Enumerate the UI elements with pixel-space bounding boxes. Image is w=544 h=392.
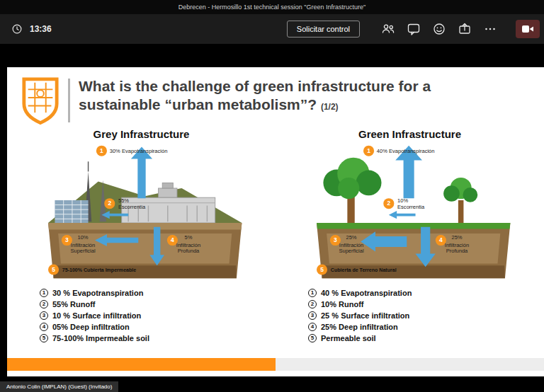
svg-text:40% Evapotranspiración: 40% Evapotranspiración — [376, 148, 434, 154]
list-number: 4 — [308, 323, 317, 331]
list-item: 210% Runoff — [308, 300, 412, 309]
green-infrastructure-column: Green Infrastructure — [276, 128, 544, 345]
svg-text:5%: 5% — [184, 234, 192, 240]
svg-text:Escorrentia: Escorrentia — [397, 204, 425, 210]
slide-title: What is the challenge of green infrastru… — [79, 77, 431, 125]
toolbar-actions: Solicitar control — [287, 20, 544, 38]
svg-text:Superficial: Superficial — [339, 248, 363, 254]
list-item: 325 % Surface infiltration — [308, 311, 412, 320]
svg-text:25%: 25% — [346, 234, 356, 240]
grey-summary-list: 130 % Evapotranspiration 255% Runoff 310… — [40, 286, 149, 345]
list-item: 255% Runoff — [40, 300, 149, 309]
palace-building-icon — [121, 183, 215, 223]
office-building-icon — [55, 200, 88, 222]
list-item: 310 % Surface infiltration — [40, 311, 149, 320]
svg-text:30% Evapotranspiración: 30% Evapotranspiración — [109, 148, 167, 154]
svg-text:5: 5 — [52, 265, 55, 272]
presentation-slide: What is the challenge of green infrastru… — [7, 67, 544, 376]
meeting-timer: 13:36 — [10, 22, 52, 36]
list-number: 2 — [40, 300, 48, 309]
window-title: Debrecen - Hermosillo 1st technical sess… — [178, 4, 366, 11]
slide-title-line2: sustainable “urban metabolism”? — [79, 96, 317, 113]
list-number: 2 — [308, 300, 317, 309]
list-text: 30 % Evapotranspiration — [52, 289, 143, 297]
list-text: 25% Deep infiltration — [321, 323, 398, 331]
reactions-icon[interactable] — [432, 22, 446, 36]
list-number: 5 — [40, 334, 48, 342]
svg-text:2: 2 — [387, 200, 390, 207]
teams-meeting-window: Debrecen - Hermosillo 1st technical sess… — [0, 0, 544, 392]
list-item: 5Permeable soil — [308, 334, 412, 342]
svg-text:25%: 25% — [451, 234, 462, 240]
meeting-toolbar: 13:36 Solicitar control — [0, 14, 544, 44]
grey-infrastructure-column: Grey Infrastructure — [7, 128, 276, 345]
comparison-columns: Grey Infrastructure — [7, 128, 544, 345]
more-options-icon[interactable] — [483, 22, 497, 36]
green-summary-list: 140 % Evapotranspiration 210% Runoff 325… — [308, 286, 412, 345]
university-shield-logo — [21, 77, 60, 125]
list-text: 10% Runoff — [321, 300, 364, 309]
clock-icon — [10, 22, 24, 36]
evapotranspiration-arrow — [130, 146, 152, 198]
green-infrastructure-diagram: 1 40% Evapotranspiración 2 10% Escorrent… — [290, 142, 531, 282]
camera-button[interactable] — [516, 20, 540, 38]
grey-column-header: Grey Infrastructure — [94, 128, 190, 140]
list-text: 75-100% Impermeable soil — [52, 334, 149, 342]
large-tree-icon — [323, 157, 381, 222]
slide-progress-track — [7, 358, 544, 371]
list-text: 40 % Evapotranspiration — [321, 289, 412, 297]
svg-text:10%: 10% — [397, 197, 408, 203]
svg-text:Cubierta de Terreno Natural: Cubierta de Terreno Natural — [330, 267, 396, 272]
list-item: 130 % Evapotranspiration — [40, 289, 149, 297]
chat-icon[interactable] — [407, 22, 421, 36]
list-number: 1 — [308, 289, 317, 297]
marker-1: 1 30% Evapotranspiración — [96, 145, 166, 156]
meeting-time: 13:36 — [30, 24, 52, 34]
marker-1: 1 40% Evapotranspiración — [363, 145, 434, 156]
marker-2: 2 10% Escorrentia — [383, 197, 425, 209]
list-item: 575-100% Impermeable soil — [40, 334, 149, 342]
svg-text:3: 3 — [65, 236, 69, 243]
runoff-arrow — [388, 211, 415, 219]
svg-text:4: 4 — [439, 236, 443, 243]
list-text: 25 % Surface infiltration — [321, 311, 409, 320]
grey-infrastructure-diagram: 1 30% Evapotranspiración 2 55% Escorrent… — [21, 142, 262, 282]
window-titlebar: Debrecen - Hermosillo 1st technical sess… — [0, 0, 544, 14]
people-icon[interactable] — [381, 22, 395, 36]
svg-text:2: 2 — [108, 200, 111, 207]
svg-text:1: 1 — [367, 147, 370, 154]
list-text: 05% Deep infiltration — [52, 323, 130, 331]
svg-text:55%: 55% — [118, 197, 128, 203]
header-divider — [68, 79, 70, 122]
svg-text:75-100% Cubierta Impermeable: 75-100% Cubierta Impermeable — [62, 267, 135, 272]
svg-text:5: 5 — [320, 265, 324, 272]
list-text: Permeable soil — [321, 334, 376, 342]
small-tree-icon — [443, 177, 477, 222]
list-item: 425% Deep infiltration — [308, 323, 412, 331]
list-number: 3 — [40, 311, 48, 320]
slide-header: What is the challenge of green infrastru… — [7, 67, 544, 125]
list-number: 4 — [40, 323, 48, 331]
svg-text:Profunda: Profunda — [177, 248, 199, 254]
svg-text:Profunda: Profunda — [446, 248, 468, 254]
list-number: 1 — [40, 289, 48, 297]
svg-text:3: 3 — [334, 236, 337, 243]
list-text: 10 % Surface infiltration — [52, 311, 141, 320]
list-text: 55% Runoff — [52, 300, 96, 309]
slide-progress-bar — [7, 358, 276, 371]
svg-text:Escorrentia: Escorrentia — [118, 204, 145, 210]
presenter-name: Antonio Colin (IMPLAN) (Guest) (Invitado… — [6, 384, 112, 390]
green-column-header: Green Infrastructure — [358, 128, 461, 140]
svg-text:Superficial: Superficial — [70, 248, 95, 254]
slide-title-suffix: (1/2) — [321, 102, 339, 112]
list-number: 3 — [308, 311, 317, 320]
request-control-button[interactable]: Solicitar control — [287, 21, 360, 38]
list-item: 405% Deep infiltration — [40, 323, 149, 331]
svg-text:10%: 10% — [77, 234, 88, 240]
presenter-name-tag: Antonio Colin (IMPLAN) (Guest) (Invitado… — [0, 381, 118, 392]
share-screen-icon[interactable] — [458, 22, 472, 36]
svg-text:4: 4 — [171, 236, 174, 243]
svg-text:1: 1 — [100, 147, 103, 154]
list-number: 5 — [308, 334, 317, 342]
list-item: 140 % Evapotranspiration — [308, 289, 412, 297]
